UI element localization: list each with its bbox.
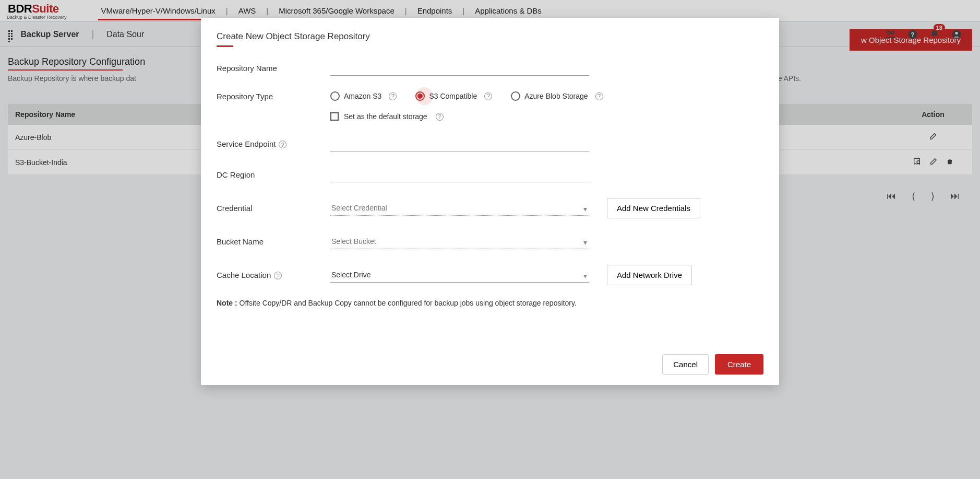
radio-s3-compatible[interactable]: S3 Compatible? [415, 91, 492, 101]
label-cache-location: Cache Location? [217, 271, 330, 280]
create-button[interactable]: Create [715, 354, 763, 375]
modal-title: Create New Object Storage Repository [217, 31, 370, 45]
credential-select[interactable] [330, 201, 589, 216]
help-icon[interactable]: ? [389, 92, 397, 100]
label-repo-type: Repository Type [217, 92, 330, 101]
modal-overlay: Create New Object Storage Repository Rep… [0, 0, 980, 479]
label-dc-region: DC Region [217, 170, 330, 179]
radio-azure-blob[interactable]: Azure Blob Storage? [511, 91, 603, 101]
radio-amazon-s3[interactable]: Amazon S3? [330, 91, 397, 101]
create-repo-modal: Create New Object Storage Repository Rep… [201, 18, 779, 385]
repo-type-radio-group: Amazon S3? S3 Compatible? Azure Blob Sto… [330, 91, 603, 101]
cache-location-select[interactable] [330, 267, 589, 283]
note: Note : Offsite Copy/DR and Backup Copy c… [217, 299, 763, 307]
help-icon[interactable]: ? [595, 92, 603, 100]
repo-name-input[interactable] [330, 61, 589, 76]
default-storage-checkbox[interactable] [330, 112, 339, 121]
cancel-button[interactable]: Cancel [662, 354, 709, 375]
service-endpoint-input[interactable] [330, 136, 589, 151]
add-new-credentials-button[interactable]: Add New Credentials [607, 198, 700, 218]
help-icon[interactable]: ? [436, 113, 444, 121]
bucket-select[interactable] [330, 234, 589, 249]
help-icon[interactable]: ? [274, 272, 282, 279]
dc-region-input[interactable] [330, 167, 589, 182]
label-service-endpoint: Service Endpoint? [217, 139, 330, 149]
label-default-storage: Set as the default storage [344, 112, 427, 121]
label-repo-name: Repository Name [217, 64, 330, 73]
help-icon[interactable]: ? [484, 92, 492, 100]
label-credential: Credential [217, 204, 330, 213]
label-bucket-name: Bucket Name [217, 237, 330, 246]
add-network-drive-button[interactable]: Add Network Drive [607, 265, 692, 285]
help-icon[interactable]: ? [279, 141, 286, 148]
